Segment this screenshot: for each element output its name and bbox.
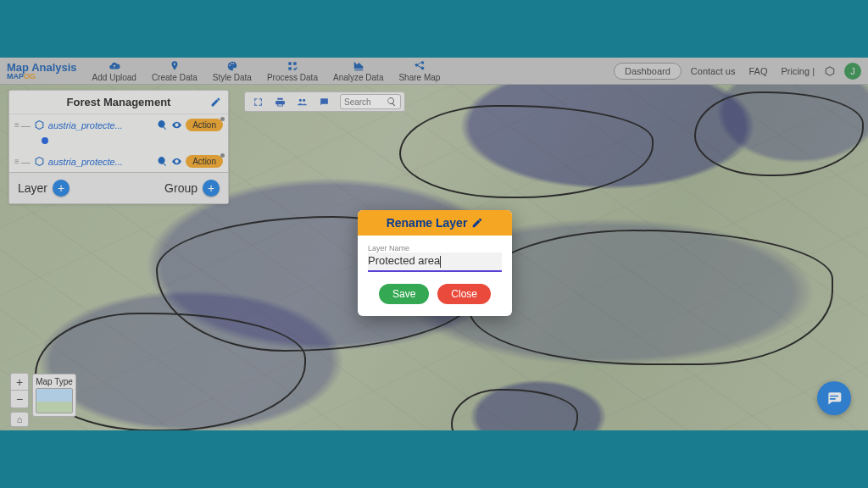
modal-title: Rename Layer xyxy=(387,216,468,230)
modal-footer: Save Close xyxy=(358,275,512,316)
save-button[interactable]: Save xyxy=(379,284,429,304)
modal-body: Layer Name Protected area xyxy=(358,236,512,275)
rename-layer-modal: Rename Layer Layer Name Protected area S… xyxy=(358,210,512,316)
input-value: Protected area xyxy=(368,254,440,267)
app-frame: Map Analysis MAPOG Add Upload Create Dat… xyxy=(0,58,868,430)
pencil-icon xyxy=(471,217,483,229)
layer-name-input[interactable]: Protected area xyxy=(368,252,502,272)
modal-header: Rename Layer xyxy=(358,210,512,236)
field-label: Layer Name xyxy=(368,244,502,252)
close-button[interactable]: Close xyxy=(437,284,491,304)
text-caret xyxy=(440,256,441,268)
